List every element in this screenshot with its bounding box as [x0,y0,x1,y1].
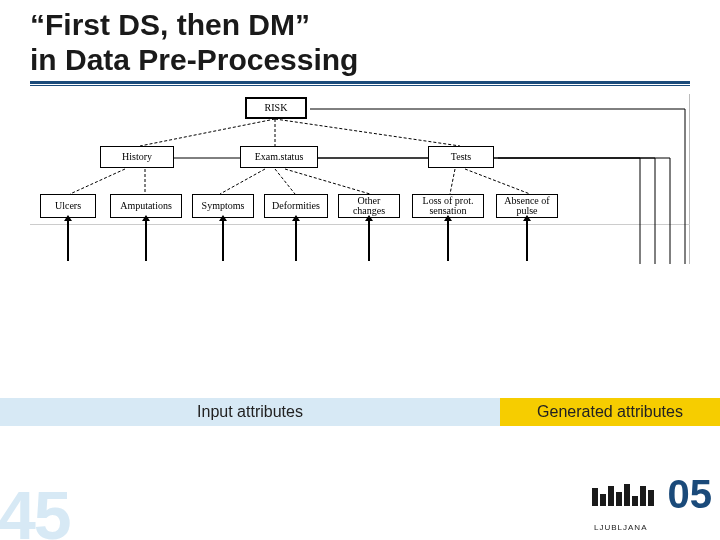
arrow-up-icon [67,221,69,261]
tree-l1-label: History [122,152,152,163]
arrow-up-icon [295,221,297,261]
logo-city-label: LJUBLJANA [594,523,647,532]
tree-root-box: RISK [245,97,307,119]
conference-logo: 05 LJUBLJANA [592,476,712,530]
svg-line-6 [275,169,295,194]
tree-l1-box: Exam.status [240,146,318,168]
tree-l1-box: Tests [428,146,494,168]
legend-input-attributes: Input attributes [0,398,500,426]
arrow-up-icon [447,221,449,261]
arrow-up-icon [145,221,147,261]
legend-generated-attributes: Generated attributes [500,398,720,426]
logo-year-suffix: 05 [668,472,713,517]
tree-root-label: RISK [265,103,288,114]
legend-row: Input attributes Generated attributes [0,398,720,426]
tree-l1-label: Tests [451,152,471,163]
svg-line-7 [285,169,370,194]
slide-title-line1: “First DS, then DM” [30,8,690,43]
tree-l2-label: Amputations [120,201,172,212]
arrow-up-icon [222,221,224,261]
tree-l2-label: Deformities [272,201,320,212]
tree-connector-lines [30,94,700,269]
svg-line-0 [140,119,275,146]
arrow-up-icon [526,221,528,261]
svg-line-8 [450,169,455,194]
svg-line-3 [70,169,125,194]
slide-title-area: “First DS, then DM” in Data Pre-Processi… [0,0,720,79]
arrow-up-icon [368,221,370,261]
tree-l2-label: Symptoms [202,201,245,212]
svg-line-5 [220,169,265,194]
hierarchy-diagram: RISK History Exam.status Tests Ulcers Am… [30,94,700,269]
tree-l2-label: Ulcers [55,201,81,212]
slide-title-line2: in Data Pre-Processing [30,43,690,78]
svg-line-9 [465,169,530,194]
slide-number: 45 [0,476,70,540]
tree-l1-label: Exam.status [255,152,304,163]
tree-l2-label: Loss of prot. sensation [417,196,479,217]
title-underline [30,81,690,84]
svg-line-2 [275,119,460,146]
tree-l1-box: History [100,146,174,168]
tree-l2-label: Other changes [343,196,395,217]
tree-l2-label: Absence of pulse [501,196,553,217]
title-underline-thin [30,85,690,86]
